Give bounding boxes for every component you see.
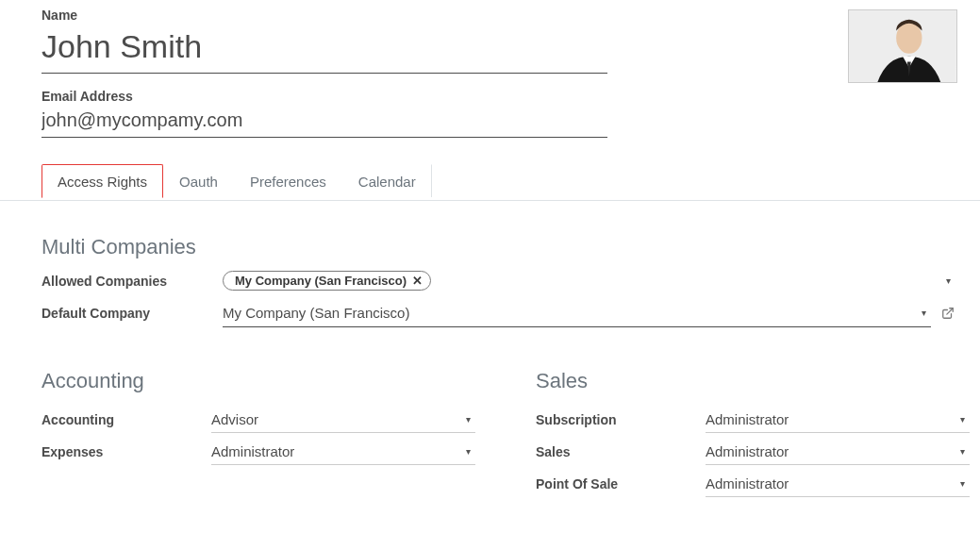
accounting-value: Advisor	[211, 409, 460, 429]
caret-down-icon[interactable]: ▾	[940, 276, 955, 286]
email-input[interactable]	[42, 106, 607, 138]
tabs: Access Rights Oauth Preferences Calendar	[42, 164, 980, 197]
name-label: Name	[42, 8, 980, 23]
allowed-companies-label: Allowed Companies	[42, 274, 223, 289]
caret-down-icon[interactable]: ▾	[460, 447, 475, 457]
tag-remove-icon[interactable]: ✕	[412, 274, 423, 288]
email-label: Email Address	[42, 89, 980, 104]
caret-down-icon[interactable]: ▾	[955, 447, 970, 457]
caret-down-icon[interactable]: ▾	[955, 415, 970, 425]
subscription-label: Subscription	[536, 412, 706, 427]
sales-value: Administrator	[706, 441, 955, 461]
svg-point-1	[896, 23, 922, 54]
pos-select[interactable]: Administrator ▾	[706, 471, 970, 497]
tab-access-rights[interactable]: Access Rights	[42, 164, 163, 198]
tab-oauth[interactable]: Oauth	[163, 164, 234, 197]
svg-line-2	[947, 308, 953, 314]
company-tag[interactable]: My Company (San Francisco) ✕	[223, 271, 431, 291]
section-sales: Sales	[536, 369, 970, 393]
section-multi-companies: Multi Companies	[42, 235, 957, 259]
company-tag-label: My Company (San Francisco)	[235, 274, 407, 288]
sales-label: Sales	[536, 444, 706, 459]
caret-down-icon[interactable]: ▾	[460, 415, 475, 425]
expenses-label: Expenses	[42, 444, 211, 459]
expenses-select[interactable]: Administrator ▾	[211, 439, 475, 465]
pos-label: Point Of Sale	[536, 476, 706, 491]
sales-select[interactable]: Administrator ▾	[706, 439, 970, 465]
external-link-icon[interactable]	[938, 307, 957, 320]
expenses-value: Administrator	[211, 441, 460, 461]
caret-down-icon[interactable]: ▾	[916, 308, 931, 318]
name-input[interactable]	[42, 25, 607, 74]
tab-preferences[interactable]: Preferences	[234, 164, 342, 197]
allowed-companies-field[interactable]: My Company (San Francisco) ✕ ▾	[223, 271, 957, 291]
default-company-label: Default Company	[42, 306, 223, 321]
accounting-select[interactable]: Advisor ▾	[211, 407, 475, 433]
subscription-select[interactable]: Administrator ▾	[706, 407, 970, 433]
pos-value: Administrator	[706, 474, 955, 493]
tab-calendar[interactable]: Calendar	[342, 164, 432, 197]
section-accounting: Accounting	[42, 369, 475, 393]
avatar[interactable]	[848, 9, 957, 83]
subscription-value: Administrator	[706, 409, 955, 429]
accounting-label: Accounting	[42, 412, 211, 427]
caret-down-icon[interactable]: ▾	[955, 479, 970, 489]
default-company-field[interactable]: My Company (San Francisco) ▾	[223, 299, 931, 327]
default-company-value: My Company (San Francisco)	[223, 303, 916, 323]
